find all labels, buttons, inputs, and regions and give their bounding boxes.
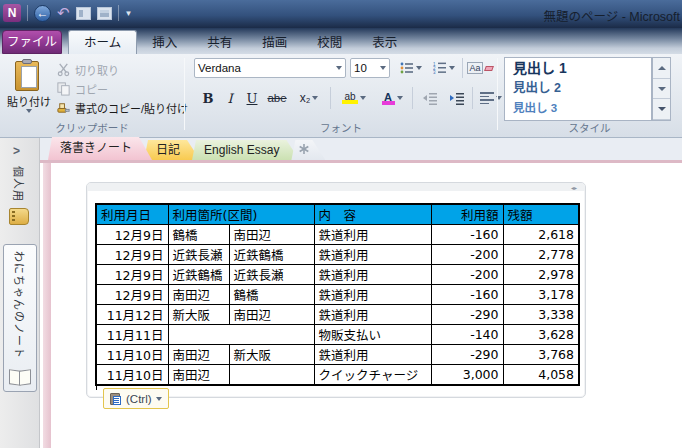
table-cell[interactable] [168,325,314,345]
back-icon[interactable]: ← [34,5,51,22]
styles-scroll-down-button[interactable] [653,79,670,100]
table-cell[interactable]: -290 [431,305,503,325]
table-cell[interactable]: -140 [431,325,503,345]
table-cell[interactable]: 南田辺 [168,345,229,365]
table-cell[interactable]: 近鉄鶴橋 [229,245,314,265]
table-cell[interactable]: 新大阪 [229,345,314,365]
styles-gallery-more-button[interactable] [653,99,670,120]
table-cell[interactable]: 3,178 [503,285,579,305]
table-cell[interactable]: 鶴橋 [168,225,229,245]
resize-handle-icon[interactable]: ◂▸ [571,184,577,191]
paste-options-dropdown-arrow[interactable] [156,397,162,401]
table-cell[interactable]: 物販支払い [314,325,431,345]
numbering-dropdown-arrow[interactable] [449,66,455,70]
font-name-dropdown-arrow[interactable] [336,66,342,70]
customize-qat-dropdown[interactable]: ▼ [125,9,133,18]
tab-share[interactable]: 共有 [192,32,247,54]
paste-options-button[interactable]: (Ctrl) [103,388,169,409]
notebook-item-personal[interactable]: 個人用 [9,166,29,225]
table-cell[interactable]: 2,978 [503,265,579,285]
table-cell[interactable]: 鉄道利用 [314,305,431,325]
strikethrough-button[interactable]: abe [264,87,290,109]
subscript-button[interactable]: x₂ [292,87,326,109]
table-cell[interactable]: 3,768 [503,345,579,365]
onenote-app-icon[interactable]: N [3,4,21,22]
table-cell[interactable]: -160 [431,225,503,245]
italic-button[interactable]: I [221,87,239,109]
tab-view[interactable]: 表示 [357,32,412,54]
font-name-combobox[interactable]: Verdana [194,58,346,78]
table-cell[interactable]: 12月9日 [96,265,168,285]
table-cell[interactable]: 近鉄長瀬 [168,245,229,265]
table-cell[interactable]: 南田辺 [229,305,314,325]
table-cell[interactable]: 3,628 [503,325,579,345]
table-cell[interactable]: 12月9日 [96,285,168,305]
table-cell[interactable]: 11月12日 [96,305,168,325]
section-tab-0[interactable]: 落書きノート [48,137,152,160]
new-section-tab[interactable] [291,140,325,160]
table-cell[interactable]: 鉄道利用 [314,265,431,285]
table-cell[interactable]: 鉄道利用 [314,245,431,265]
table-cell[interactable]: 鉄道利用 [314,285,431,305]
numbering-button[interactable]: 1 2 3 [428,58,460,78]
table-cell[interactable]: 鶴橋 [229,285,314,305]
bold-button[interactable]: B [198,87,218,109]
tab-review[interactable]: 校閲 [302,32,357,54]
table-cell[interactable]: 2,618 [503,225,579,245]
table-cell[interactable]: クイックチャージ [314,365,431,386]
highlight-button[interactable]: ab [336,87,372,109]
table-cell[interactable]: 近鉄長瀬 [229,265,314,285]
table-cell[interactable]: 4,058 [503,365,579,386]
table-cell[interactable]: 近鉄鶴橋 [168,265,229,285]
note-container-move-handle[interactable]: ◂▸ [87,183,585,191]
table-cell[interactable]: -290 [431,345,503,365]
bullets-dropdown-arrow[interactable] [416,66,422,70]
font-color-dropdown-arrow[interactable] [397,96,403,100]
table-cell[interactable]: -200 [431,265,503,285]
decrease-indent-button[interactable] [418,87,442,109]
table-cell[interactable]: 南田辺 [168,285,229,305]
underline-button[interactable]: U [242,87,262,109]
paste-dropdown-arrow[interactable] [26,109,32,113]
table-cell[interactable]: 3,338 [503,305,579,325]
tab-home[interactable]: ホーム [68,30,137,54]
dock-to-desktop-icon[interactable] [76,7,91,20]
tab-insert[interactable]: 挿入 [137,32,192,54]
full-page-view-icon[interactable] [97,7,112,20]
table-cell[interactable]: -200 [431,245,503,265]
font-size-combobox[interactable]: 10 [350,58,390,78]
notebook-item-wani-selected[interactable]: わにちゃんのノート [3,244,37,392]
cut-button[interactable]: 切り取り [56,60,119,79]
file-tab[interactable]: ファイル [2,30,62,54]
style-item-3[interactable]: 見出し 3 [505,98,651,118]
increase-indent-button[interactable] [445,87,469,109]
font-size-dropdown-arrow[interactable] [380,66,386,70]
table-cell[interactable]: 2,778 [503,245,579,265]
paragraph-alignment-button[interactable] [476,87,506,109]
table-cell[interactable]: 11月11日 [96,325,168,345]
section-tab-2[interactable]: English Essay [192,140,299,160]
table-cell[interactable]: 12月9日 [96,225,168,245]
table-cell[interactable]: 11月10日 [96,345,168,365]
table-cell[interactable] [229,365,314,386]
table-cell[interactable]: 鉄道利用 [314,225,431,245]
copy-button[interactable]: コピー [56,79,108,98]
expand-navigation-icon[interactable]: > [13,144,20,158]
undo-icon[interactable]: ↶ [57,5,70,21]
table-cell[interactable]: 11月10日 [96,365,168,386]
table-cell[interactable]: 鉄道利用 [314,345,431,365]
style-item-1[interactable]: 見出し 1 [505,58,651,78]
clear-formatting-button[interactable]: Aa [466,58,494,78]
table-cell[interactable]: 12月9日 [96,245,168,265]
table-cell[interactable]: -160 [431,285,503,305]
table-cell[interactable]: 南田辺 [168,365,229,386]
styles-scroll-up-button[interactable] [653,58,670,79]
table-cell[interactable]: 南田辺 [229,225,314,245]
font-color-button[interactable]: A [376,87,408,109]
format-painter-button[interactable]: 書式のコピー/貼り付け [56,98,188,117]
table-cell[interactable]: 3,000 [431,365,503,386]
tab-draw[interactable]: 描画 [247,32,302,54]
highlight-dropdown-arrow[interactable] [360,96,366,100]
style-item-2[interactable]: 見出し 2 [505,78,651,98]
paste-button[interactable]: 貼り付け [6,57,52,123]
